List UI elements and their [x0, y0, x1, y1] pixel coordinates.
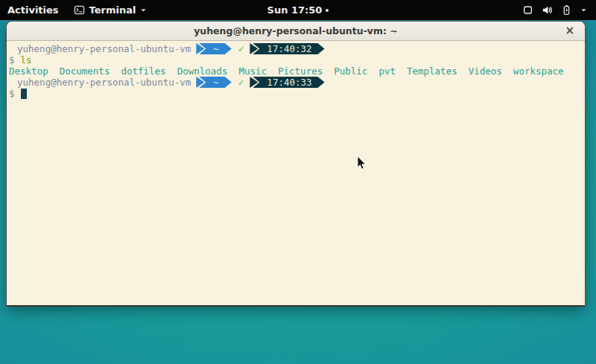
clock-button[interactable]: Sun 17:50 [261, 0, 335, 20]
directory-name: Public [334, 66, 367, 77]
chevron-down-icon [140, 7, 147, 13]
notification-dot [326, 9, 329, 12]
window-title: yuheng@henry-personal-ubuntu-vm: ~ [194, 25, 398, 36]
terminal-app-menu[interactable]: Terminal [66, 0, 155, 20]
prompt-line-2: yuheng@henry-personal-ubuntu-vm ~ ✓ 17:4… [9, 77, 583, 88]
directory-name: workspace [513, 66, 564, 77]
directory-name: pvt [378, 66, 396, 77]
terminal-window: yuheng@henry-personal-ubuntu-vm: ~ × yuh… [6, 21, 586, 307]
prompt-line-1: yuheng@henry-personal-ubuntu-vm ~ ✓ 17:4… [9, 43, 583, 54]
ls-output-line: Desktop Documents dotfiles Downloads Mus… [9, 66, 583, 77]
clock-label: Sun 17:50 [267, 4, 323, 16]
directory-name: Desktop [9, 66, 48, 77]
directory-name: Videos [469, 66, 502, 77]
screen-icon [522, 4, 533, 16]
activities-button[interactable]: Activities [0, 0, 66, 20]
directory-name: Documents [60, 66, 110, 77]
titlebar[interactable]: yuheng@henry-personal-ubuntu-vm: ~ × [7, 22, 585, 41]
prompt-time-segment: 17:40:32 [253, 43, 324, 54]
directory-name: dotfiles [121, 66, 165, 77]
prompt-host: yuheng@henry-personal-ubuntu-vm [9, 77, 191, 88]
volume-icon [542, 4, 553, 16]
prompt-symbol: $ [9, 54, 15, 66]
directory-name: Pictures [278, 66, 323, 77]
text-cursor [21, 89, 27, 99]
command-line-1: $ ls [9, 54, 583, 66]
close-button[interactable]: × [565, 22, 574, 40]
terminal-app-menu-label: Terminal [89, 4, 136, 16]
chevron-down-icon [580, 7, 587, 13]
directory-name: Templates [407, 66, 457, 77]
battery-charging-icon [561, 4, 572, 16]
directory-name: Music [238, 66, 267, 77]
directory-name: Downloads [177, 66, 228, 77]
prompt-symbol: $ [9, 88, 15, 99]
terminal-content[interactable]: yuheng@henry-personal-ubuntu-vm ~ ✓ 17:4… [7, 41, 585, 306]
command-line-2: $ [9, 88, 583, 99]
status-check-icon: ✓ [238, 77, 244, 88]
terminal-app-icon [74, 4, 85, 16]
top-bar: Activities Terminal Sun 17:50 [0, 0, 596, 20]
prompt-time-segment: 17:40:33 [253, 77, 324, 88]
system-status-menu[interactable] [513, 0, 596, 20]
status-check-icon: ✓ [238, 43, 244, 54]
typed-command: ls [21, 54, 32, 66]
prompt-host: yuheng@henry-personal-ubuntu-vm [9, 43, 191, 54]
